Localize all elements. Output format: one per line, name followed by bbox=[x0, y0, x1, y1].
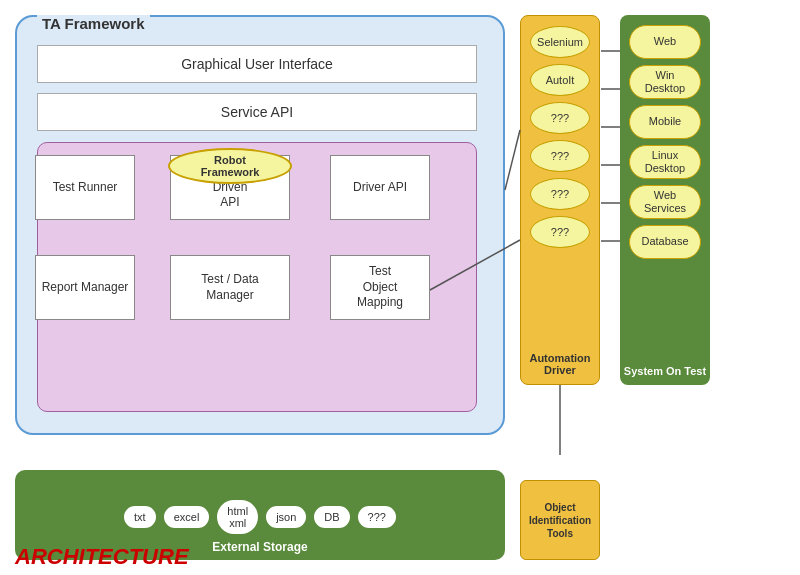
storage-unknown: ??? bbox=[358, 506, 396, 528]
robot-framework-label: RobotFramework bbox=[201, 154, 260, 178]
ad-q1: ??? bbox=[530, 102, 590, 134]
system-on-test-label: System On Test bbox=[624, 365, 706, 377]
storage-html-xml: htmlxml bbox=[217, 500, 258, 534]
obj-id-tools-label: ObjectIdentificationTools bbox=[529, 501, 591, 540]
report-manager-label: Report Manager bbox=[42, 280, 129, 296]
test-data-manager-label: Test / DataManager bbox=[201, 272, 258, 303]
sot-database: Database bbox=[629, 225, 701, 259]
system-on-test-col: Web WinDesktop Mobile LinuxDesktop WebSe… bbox=[620, 15, 710, 385]
automation-driver-label: AutomationDriver bbox=[529, 352, 590, 376]
ad-q2: ??? bbox=[530, 140, 590, 172]
storage-db: DB bbox=[314, 506, 349, 528]
automation-driver-col: Selenium AutoIt ??? ??? ??? ??? Automati… bbox=[520, 15, 600, 385]
gui-box: Graphical User Interface bbox=[37, 45, 477, 83]
sot-linux-desktop: LinuxDesktop bbox=[629, 145, 701, 179]
ad-selenium: Selenium bbox=[530, 26, 590, 58]
main-container: TA Framework Graphical User Interface Se… bbox=[0, 0, 800, 575]
test-object-mapping-label: TestObjectMapping bbox=[357, 264, 403, 311]
sot-win-desktop: WinDesktop bbox=[629, 65, 701, 99]
storage-txt: txt bbox=[124, 506, 156, 528]
service-api-box: Service API bbox=[37, 93, 477, 131]
ta-framework-label: TA Framework bbox=[37, 15, 150, 32]
gui-label: Graphical User Interface bbox=[181, 56, 333, 72]
architecture-label: ARCHITECTURE bbox=[15, 544, 189, 570]
storage-json: json bbox=[266, 506, 306, 528]
ad-autoit: AutoIt bbox=[530, 64, 590, 96]
storage-items: txt excel htmlxml json DB ??? bbox=[114, 500, 406, 534]
sot-web: Web bbox=[629, 25, 701, 59]
storage-excel: excel bbox=[164, 506, 210, 528]
service-api-label: Service API bbox=[221, 104, 293, 120]
sot-mobile: Mobile bbox=[629, 105, 701, 139]
driver-api-box: Driver API bbox=[330, 155, 430, 220]
external-storage-label: External Storage bbox=[212, 540, 307, 554]
test-runner-box: Test Runner bbox=[35, 155, 135, 220]
test-object-mapping-box: TestObjectMapping bbox=[330, 255, 430, 320]
driver-api-label: Driver API bbox=[353, 180, 407, 196]
ad-q4: ??? bbox=[530, 216, 590, 248]
obj-id-tools-box: ObjectIdentificationTools bbox=[520, 480, 600, 560]
ad-q3: ??? bbox=[530, 178, 590, 210]
test-runner-label: Test Runner bbox=[53, 180, 118, 196]
report-manager-box: Report Manager bbox=[35, 255, 135, 320]
ta-framework-box: TA Framework Graphical User Interface Se… bbox=[15, 15, 505, 435]
sot-web-services: WebServices bbox=[629, 185, 701, 219]
svg-line-6 bbox=[505, 130, 520, 190]
test-data-manager-box: Test / DataManager bbox=[170, 255, 290, 320]
robot-framework-oval: RobotFramework bbox=[168, 148, 292, 184]
